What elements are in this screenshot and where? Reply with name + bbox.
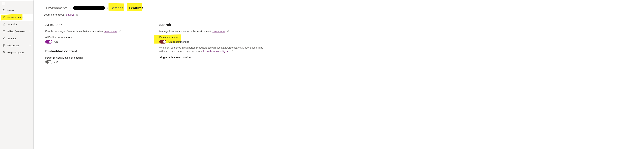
- external-link-icon: [76, 14, 78, 16]
- redacted-env-name: [73, 6, 105, 10]
- external-link-icon: [230, 50, 233, 53]
- ai-builder-desc-text: Enable the usage of model types that are…: [45, 30, 104, 33]
- field-label-text: Power BI visualization embedding: [45, 56, 83, 59]
- hamburger-icon[interactable]: [2, 3, 31, 5]
- chevron-right-icon: ›: [107, 6, 108, 9]
- globe-icon: [2, 16, 5, 19]
- sidebar-item-billing[interactable]: Billing (Preview): [0, 28, 33, 35]
- svg-rect-5: [3, 45, 4, 46]
- toggle-knob: [163, 40, 166, 43]
- sidebar-item-analytics[interactable]: Analytics: [0, 21, 33, 28]
- ai-preview-toggle-state: On: [54, 40, 58, 43]
- breadcrumb: Environments › › Settings › Features: [45, 5, 637, 10]
- hamburger-row: [0, 1, 33, 7]
- sidebar-item-resources[interactable]: Resources: [0, 42, 33, 49]
- learn-more-prefix: Learn more about: [44, 13, 64, 16]
- ai-preview-toggle[interactable]: [45, 40, 52, 43]
- ai-builder-title: AI Builder: [45, 23, 149, 27]
- chart-icon: [2, 23, 5, 26]
- powerbi-toggle[interactable]: [45, 60, 52, 64]
- features-link[interactable]: Features: [64, 13, 74, 16]
- embedded-title: Embedded content: [45, 49, 149, 53]
- chevron-right-icon: ›: [70, 6, 70, 9]
- svg-rect-1: [3, 30, 5, 32]
- breadcrumb-features: Features: [128, 6, 144, 10]
- billing-icon: [2, 30, 5, 33]
- search-learn-more-link[interactable]: Learn more: [212, 30, 226, 33]
- chevron-down-icon: [29, 44, 31, 47]
- sidebar-item-home[interactable]: Home: [0, 7, 33, 14]
- main-content: Environments › › Settings › Features Lea…: [34, 0, 644, 149]
- svg-rect-4: [4, 44, 5, 45]
- chevron-down-icon: [29, 30, 31, 33]
- breadcrumb-redacted[interactable]: [72, 5, 106, 10]
- breadcrumb-label: Settings: [110, 6, 123, 10]
- field-label-text: Dataverse search: [159, 36, 179, 38]
- ai-builder-desc: Enable the usage of model types that are…: [45, 30, 149, 33]
- sidebar: Home Environments Analytics Billing (Pre…: [0, 0, 34, 149]
- chevron-right-icon: ›: [126, 6, 126, 9]
- sidebar-item-label: Resources: [8, 44, 27, 47]
- sidebar-item-environments[interactable]: Environments: [0, 14, 33, 21]
- external-link-icon: [227, 30, 230, 33]
- search-desc-text: Manage how search works in this environm…: [159, 30, 212, 33]
- learn-more-line: Learn more about Features: [44, 13, 637, 16]
- toggle-knob: [46, 61, 49, 64]
- breadcrumb-label: Features: [129, 6, 144, 10]
- home-icon: [2, 9, 5, 12]
- powerbi-toggle-row: Off: [45, 60, 149, 64]
- powerbi-label: Power BI visualization embedding: [45, 56, 83, 59]
- content-columns: AI Builder Enable the usage of model typ…: [45, 23, 637, 66]
- ai-preview-toggle-row: On: [45, 40, 149, 43]
- sidebar-item-settings[interactable]: Settings: [0, 35, 33, 42]
- breadcrumb-environments[interactable]: Environments: [45, 6, 68, 10]
- search-title: Search: [159, 23, 267, 27]
- sidebar-item-label: Analytics: [8, 23, 27, 26]
- dataverse-toggle-row: On (recommended): [159, 40, 267, 43]
- external-link-icon: [118, 30, 121, 33]
- ai-preview-models-label: AI Builder preview models: [45, 36, 74, 38]
- dataverse-desc: When on, searches in supported product a…: [159, 46, 263, 53]
- right-column: Search Manage how search works in this e…: [159, 23, 267, 66]
- sidebar-item-label: Billing (Preview): [8, 30, 27, 33]
- app-root: Home Environments Analytics Billing (Pre…: [0, 0, 644, 149]
- headset-icon: [2, 51, 5, 54]
- configure-link[interactable]: Learn how to configure: [203, 50, 229, 53]
- sidebar-item-label: Environments: [8, 16, 31, 19]
- dataverse-toggle-state: On (recommended): [168, 40, 190, 43]
- breadcrumb-label: Environments: [46, 6, 68, 10]
- sidebar-item-label: Settings: [8, 37, 31, 40]
- sidebar-item-help[interactable]: Help + support: [0, 49, 33, 56]
- dataverse-toggle[interactable]: [159, 40, 166, 43]
- powerbi-toggle-state: Off: [54, 61, 58, 64]
- field-label-text: AI Builder preview models: [45, 36, 74, 38]
- gear-icon: [2, 37, 5, 40]
- ai-builder-learn-more-link[interactable]: Learn more: [104, 30, 117, 33]
- svg-rect-3: [3, 44, 4, 45]
- left-column: AI Builder Enable the usage of model typ…: [45, 23, 149, 66]
- toggle-knob: [49, 40, 52, 43]
- chevron-down-icon: [29, 23, 31, 26]
- dataverse-search-label: Dataverse search: [159, 36, 179, 38]
- svg-point-2: [4, 38, 4, 39]
- single-table-label: Single table search option: [159, 56, 267, 59]
- search-desc: Manage how search works in this environm…: [159, 30, 267, 33]
- sidebar-item-label: Home: [8, 9, 31, 12]
- resources-icon: [2, 44, 5, 47]
- breadcrumb-settings[interactable]: Settings: [110, 6, 124, 10]
- sidebar-item-label: Help + support: [8, 51, 31, 54]
